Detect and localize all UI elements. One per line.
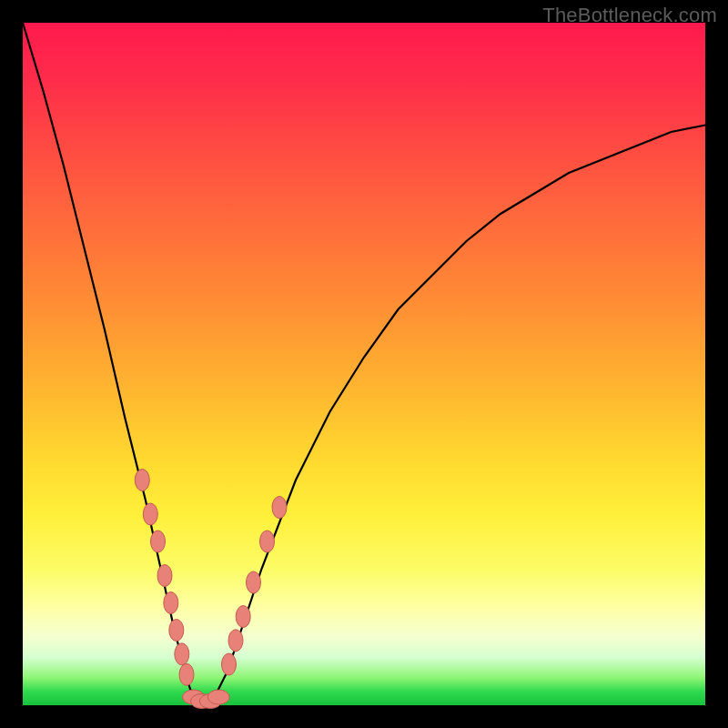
left-cluster-pt-2 — [151, 531, 166, 552]
left-cluster-pt-5 — [169, 620, 184, 642]
left-cluster-pt-7 — [179, 663, 194, 685]
right-cluster-pt-2 — [236, 606, 250, 628]
marker-layer — [135, 470, 287, 709]
left-cluster-pt-3 — [157, 565, 172, 587]
bottleneck-curve-path — [23, 23, 705, 705]
chart-svg — [23, 23, 705, 705]
right-cluster-pt-5 — [272, 497, 287, 519]
outer-frame: TheBottleneck.com — [0, 0, 728, 728]
left-cluster-pt-0 — [135, 470, 149, 491]
right-cluster-pt-1 — [228, 630, 243, 652]
left-cluster-pt-4 — [164, 592, 178, 614]
left-cluster-pt-6 — [175, 643, 189, 665]
right-cluster-pt-0 — [222, 653, 237, 675]
left-cluster-pt-1 — [143, 503, 157, 525]
watermark-text: TheBottleneck.com — [542, 4, 717, 27]
plot-area — [23, 23, 705, 705]
right-cluster-pt-4 — [260, 531, 275, 552]
trough-cluster-pt-3 — [207, 690, 229, 704]
right-cluster-pt-3 — [247, 571, 261, 593]
